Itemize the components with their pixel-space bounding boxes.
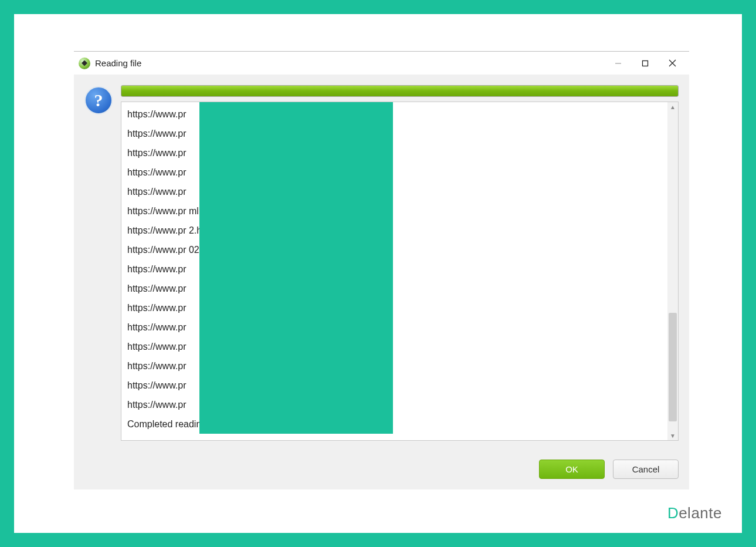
reading-file-dialog: Reading file ? https://www.prhttps://www	[74, 51, 689, 489]
progress-bar	[121, 85, 679, 97]
redaction-overlay	[199, 102, 393, 434]
titlebar: Reading file	[74, 51, 689, 75]
frog-app-icon	[79, 58, 90, 69]
scroll-up-arrow-icon[interactable]: ▲	[667, 102, 678, 112]
dialog-body: ? https://www.prhttps://www.prhttps://ww…	[74, 75, 689, 451]
question-info-icon: ?	[84, 86, 113, 114]
close-button[interactable]	[659, 55, 686, 72]
brand-logo: Delante	[667, 504, 722, 522]
window-title: Reading file	[95, 58, 141, 68]
scroll-down-arrow-icon[interactable]: ▼	[667, 431, 678, 440]
scrollbar-thumb[interactable]	[669, 313, 677, 421]
maximize-button[interactable]	[632, 55, 659, 72]
minimize-button[interactable]	[605, 55, 632, 72]
log-output: https://www.prhttps://www.prhttps://www.…	[121, 102, 679, 441]
svg-rect-1	[643, 60, 648, 66]
dialog-button-row: OK Cancel	[74, 451, 689, 489]
cancel-button[interactable]: Cancel	[613, 460, 679, 479]
vertical-scrollbar[interactable]: ▲ ▼	[667, 102, 678, 440]
ok-button[interactable]: OK	[539, 460, 605, 479]
